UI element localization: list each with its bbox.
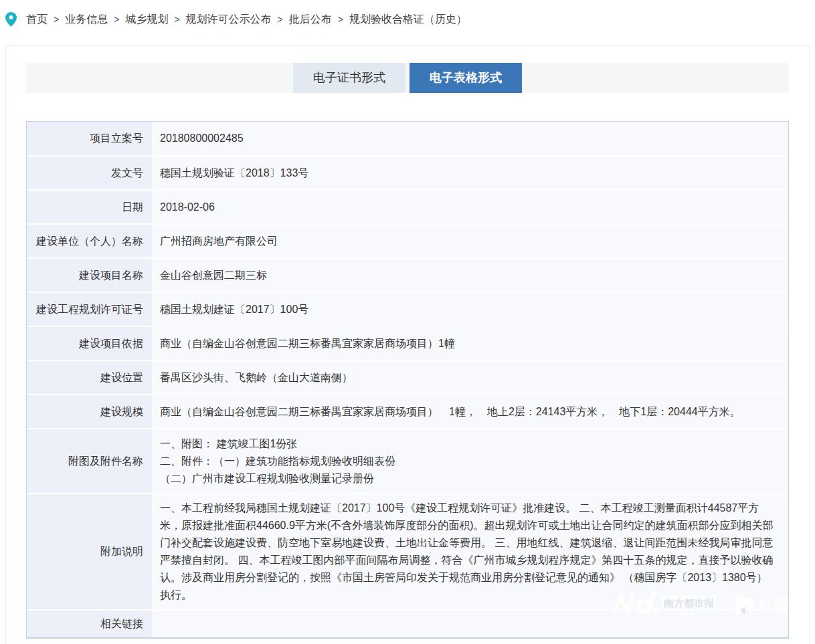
tab-table-form[interactable]: 电子表格形式 xyxy=(410,63,522,93)
row-label: 相关链接 xyxy=(27,611,153,637)
breadcrumb-separator: > xyxy=(338,14,343,25)
row-value: 穗国土规划建证〔2017〕100号 xyxy=(153,293,788,326)
row-value-text: 2018-02-06 xyxy=(160,199,215,216)
row-value-text: 穗国土规划验证〔2018〕133号 xyxy=(160,165,308,182)
row-value-line: （二）广州市建设工程规划验收测量记录册份 xyxy=(160,470,395,488)
breadcrumb-item[interactable]: 城乡规划 xyxy=(125,13,168,25)
location-pin-icon xyxy=(5,12,17,27)
breadcrumb-item[interactable]: 业务信息 xyxy=(65,13,108,25)
row-value: 番禺区沙头街、飞鹅岭（金山大道南侧） xyxy=(153,361,788,394)
tab-bar: 电子证书形式 电子表格形式 xyxy=(26,63,789,93)
row-label: 附图及附件名称 xyxy=(27,429,153,493)
table-row: 建设单位（个人）名称广州招商房地产有限公司 xyxy=(27,225,788,257)
breadcrumb-item[interactable]: 批后公布 xyxy=(289,13,332,25)
row-value: 一、本工程前经我局穗国土规划建证〔2017〕100号《建设工程规划许可证》批准建… xyxy=(153,494,788,609)
table-row: 附图及附件名称一、附图： 建筑竣工图1份张二、附件：（一）建筑功能指标规划验收明… xyxy=(27,429,788,493)
table-row: 建设项目依据商业（自编金山谷创意园二期三标番禺宜家家居商场项目）1幢 xyxy=(27,327,788,360)
table-row: 建设工程规划许可证号穗国土规划建证〔2017〕100号 xyxy=(27,293,788,326)
row-value-line: 一、附图： 建筑竣工图1份张 xyxy=(160,435,395,453)
row-value-text: 金山谷创意园二期三标 xyxy=(160,267,267,284)
row-value-line: 二、附件：（一）建筑功能指标规划验收明细表份 xyxy=(160,453,395,470)
row-label: 建设项目依据 xyxy=(27,327,153,360)
row-label: 建设规模 xyxy=(27,395,153,428)
row-value: 穗国土规划验证〔2018〕133号 xyxy=(153,156,788,189)
table-row: 附加说明一、本工程前经我局穗国土规划建证〔2017〕100号《建设工程规划许可证… xyxy=(27,494,788,609)
table-row: 发文号穗国土规划验证〔2018〕133号 xyxy=(27,156,788,189)
row-value-text: 商业（自编金山谷创意园二期三标番禺宜家家居商场项目） 1幢， 地上2层：2414… xyxy=(160,403,741,421)
content-card: 电子证书形式 电子表格形式 项目立案号20180800002485发文号穗国土规… xyxy=(5,45,810,644)
breadcrumb-separator: > xyxy=(278,14,283,25)
breadcrumb: 首页>业务信息>城乡规划>规划许可公示公布>批后公布>规划验收合格证（历史） xyxy=(5,11,467,27)
breadcrumb-separator: > xyxy=(174,14,179,25)
table-row: 建设规模商业（自编金山谷创意园二期三标番禺宜家家居商场项目） 1幢， 地上2层：… xyxy=(27,395,788,428)
row-value-text: 一、本工程前经我局穗国土规划建证〔2017〕100号《建设工程规划许可证》批准建… xyxy=(160,500,775,604)
row-label: 建设项目名称 xyxy=(27,259,153,292)
row-label: 建设单位（个人）名称 xyxy=(27,225,153,257)
detail-table: 项目立案号20180800002485发文号穗国土规划验证〔2018〕133号日… xyxy=(26,121,789,639)
table-row: 建设项目名称金山谷创意园二期三标 xyxy=(27,259,788,292)
table-row: 项目立案号20180800002485 xyxy=(27,122,788,155)
row-value: 20180800002485 xyxy=(153,122,788,155)
row-value-text: 穗国土规划建证〔2017〕100号 xyxy=(160,301,308,318)
row-label: 发文号 xyxy=(27,156,153,189)
row-value-text: 广州招商房地产有限公司 xyxy=(160,233,278,250)
breadcrumb-item[interactable]: 首页 xyxy=(26,13,48,25)
row-value: 金山谷创意园二期三标 xyxy=(153,259,788,292)
row-label: 附加说明 xyxy=(27,494,153,609)
breadcrumb-separator: > xyxy=(114,14,119,25)
row-label: 日期 xyxy=(27,191,153,223)
tab-certificate-form[interactable]: 电子证书形式 xyxy=(293,63,405,93)
row-label: 项目立案号 xyxy=(27,122,153,155)
row-value: 商业（自编金山谷创意园二期三标番禺宜家家居商场项目） 1幢， 地上2层：2414… xyxy=(153,395,788,428)
row-value-text: 商业（自编金山谷创意园二期三标番禺宜家家居商场项目）1幢 xyxy=(160,335,455,352)
row-label: 建设工程规划许可证号 xyxy=(27,293,153,326)
table-row: 相关链接 xyxy=(27,611,788,637)
table-row: 日期2018-02-06 xyxy=(27,191,788,223)
breadcrumb-item[interactable]: 规划许可公示公布 xyxy=(186,13,272,25)
breadcrumb-items: 首页>业务信息>城乡规划>规划许可公示公布>批后公布>规划验收合格证（历史） xyxy=(26,13,467,27)
row-value-text: 番禺区沙头街、飞鹅岭（金山大道南侧） xyxy=(160,369,353,387)
row-value: 广州招商房地产有限公司 xyxy=(153,225,788,257)
breadcrumb-item[interactable]: 规划验收合格证（历史） xyxy=(349,13,467,25)
breadcrumb-separator: > xyxy=(54,14,59,25)
table-row: 建设位置番禺区沙头街、飞鹅岭（金山大道南侧） xyxy=(27,361,788,394)
row-value: 商业（自编金山谷创意园二期三标番禺宜家家居商场项目）1幢 xyxy=(153,327,788,360)
row-label: 建设位置 xyxy=(27,361,153,394)
row-value: 一、附图： 建筑竣工图1份张二、附件：（一）建筑功能指标规划验收明细表份（二）广… xyxy=(153,429,788,493)
row-value: 2018-02-06 xyxy=(153,191,788,223)
row-value xyxy=(153,611,788,637)
row-value-text: 20180800002485 xyxy=(160,130,244,147)
